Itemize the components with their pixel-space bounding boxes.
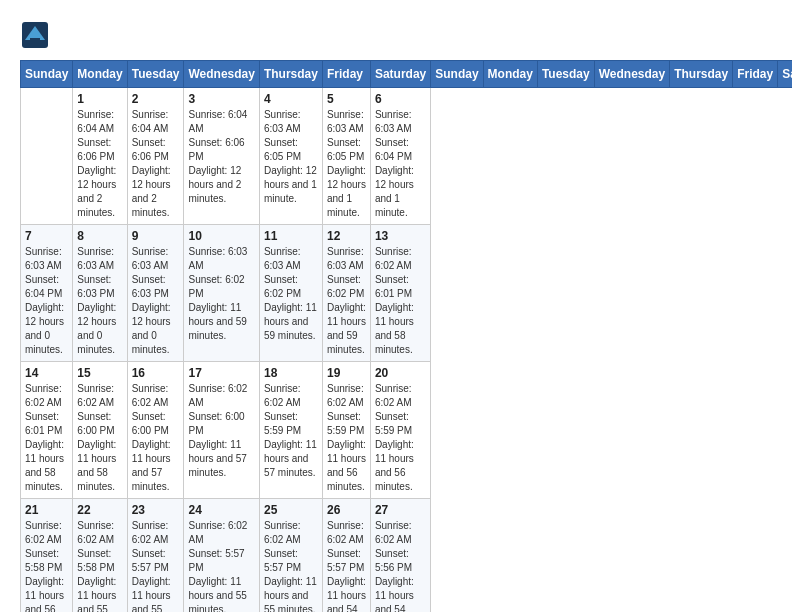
day-number: 17 (188, 366, 254, 380)
svg-rect-2 (30, 38, 40, 46)
calendar-cell: 25Sunrise: 6:02 AMSunset: 5:57 PMDayligh… (259, 499, 322, 613)
day-number: 19 (327, 366, 366, 380)
calendar-cell: 23Sunrise: 6:02 AMSunset: 5:57 PMDayligh… (127, 499, 184, 613)
calendar-cell: 19Sunrise: 6:02 AMSunset: 5:59 PMDayligh… (322, 362, 370, 499)
day-number: 13 (375, 229, 426, 243)
calendar-cell: 8Sunrise: 6:03 AMSunset: 6:03 PMDaylight… (73, 225, 127, 362)
calendar-cell: 16Sunrise: 6:02 AMSunset: 6:00 PMDayligh… (127, 362, 184, 499)
day-number: 1 (77, 92, 122, 106)
calendar-cell: 27Sunrise: 6:02 AMSunset: 5:56 PMDayligh… (370, 499, 430, 613)
day-info: Sunrise: 6:02 AMSunset: 6:00 PMDaylight:… (132, 382, 180, 494)
day-number: 18 (264, 366, 318, 380)
calendar-cell: 22Sunrise: 6:02 AMSunset: 5:58 PMDayligh… (73, 499, 127, 613)
day-info: Sunrise: 6:02 AMSunset: 5:59 PMDaylight:… (375, 382, 426, 494)
day-number: 4 (264, 92, 318, 106)
day-info: Sunrise: 6:03 AMSunset: 6:03 PMDaylight:… (132, 245, 180, 357)
weekday-header-friday: Friday (322, 61, 370, 88)
calendar-cell: 20Sunrise: 6:02 AMSunset: 5:59 PMDayligh… (370, 362, 430, 499)
calendar-cell: 1Sunrise: 6:04 AMSunset: 6:06 PMDaylight… (73, 88, 127, 225)
day-number: 26 (327, 503, 366, 517)
weekday-header-wednesday: Wednesday (594, 61, 669, 88)
day-info: Sunrise: 6:03 AMSunset: 6:05 PMDaylight:… (327, 108, 366, 220)
week-row-4: 21Sunrise: 6:02 AMSunset: 5:58 PMDayligh… (21, 499, 793, 613)
calendar-cell: 11Sunrise: 6:03 AMSunset: 6:02 PMDayligh… (259, 225, 322, 362)
calendar-cell: 17Sunrise: 6:02 AMSunset: 6:00 PMDayligh… (184, 362, 259, 499)
day-number: 21 (25, 503, 68, 517)
day-number: 22 (77, 503, 122, 517)
day-info: Sunrise: 6:03 AMSunset: 6:02 PMDaylight:… (188, 245, 254, 343)
day-info: Sunrise: 6:02 AMSunset: 6:00 PMDaylight:… (188, 382, 254, 480)
week-row-1: 1Sunrise: 6:04 AMSunset: 6:06 PMDaylight… (21, 88, 793, 225)
week-row-2: 7Sunrise: 6:03 AMSunset: 6:04 PMDaylight… (21, 225, 793, 362)
day-info: Sunrise: 6:03 AMSunset: 6:02 PMDaylight:… (264, 245, 318, 343)
day-info: Sunrise: 6:02 AMSunset: 5:58 PMDaylight:… (77, 519, 122, 612)
weekday-header-friday: Friday (733, 61, 778, 88)
calendar-cell: 6Sunrise: 6:03 AMSunset: 6:04 PMDaylight… (370, 88, 430, 225)
calendar-cell: 26Sunrise: 6:02 AMSunset: 5:57 PMDayligh… (322, 499, 370, 613)
day-info: Sunrise: 6:02 AMSunset: 5:57 PMDaylight:… (188, 519, 254, 612)
day-number: 25 (264, 503, 318, 517)
calendar-cell: 7Sunrise: 6:03 AMSunset: 6:04 PMDaylight… (21, 225, 73, 362)
day-info: Sunrise: 6:02 AMSunset: 6:01 PMDaylight:… (25, 382, 68, 494)
day-info: Sunrise: 6:02 AMSunset: 5:59 PMDaylight:… (264, 382, 318, 480)
day-info: Sunrise: 6:02 AMSunset: 5:57 PMDaylight:… (264, 519, 318, 612)
calendar-cell: 12Sunrise: 6:03 AMSunset: 6:02 PMDayligh… (322, 225, 370, 362)
calendar-cell: 14Sunrise: 6:02 AMSunset: 6:01 PMDayligh… (21, 362, 73, 499)
day-number: 27 (375, 503, 426, 517)
calendar-cell: 10Sunrise: 6:03 AMSunset: 6:02 PMDayligh… (184, 225, 259, 362)
logo (20, 20, 54, 50)
day-info: Sunrise: 6:02 AMSunset: 5:59 PMDaylight:… (327, 382, 366, 494)
day-info: Sunrise: 6:02 AMSunset: 6:00 PMDaylight:… (77, 382, 122, 494)
weekday-header-sunday: Sunday (431, 61, 483, 88)
calendar-table: SundayMondayTuesdayWednesdayThursdayFrid… (20, 60, 792, 612)
weekday-header-thursday: Thursday (670, 61, 733, 88)
day-info: Sunrise: 6:03 AMSunset: 6:05 PMDaylight:… (264, 108, 318, 206)
calendar-cell: 9Sunrise: 6:03 AMSunset: 6:03 PMDaylight… (127, 225, 184, 362)
weekday-header-tuesday: Tuesday (127, 61, 184, 88)
day-info: Sunrise: 6:04 AMSunset: 6:06 PMDaylight:… (132, 108, 180, 220)
day-number: 14 (25, 366, 68, 380)
day-number: 10 (188, 229, 254, 243)
day-info: Sunrise: 6:02 AMSunset: 6:01 PMDaylight:… (375, 245, 426, 357)
weekday-header-wednesday: Wednesday (184, 61, 259, 88)
day-info: Sunrise: 6:03 AMSunset: 6:03 PMDaylight:… (77, 245, 122, 357)
weekday-header-monday: Monday (483, 61, 537, 88)
calendar-cell: 5Sunrise: 6:03 AMSunset: 6:05 PMDaylight… (322, 88, 370, 225)
calendar-cell: 24Sunrise: 6:02 AMSunset: 5:57 PMDayligh… (184, 499, 259, 613)
calendar-cell: 15Sunrise: 6:02 AMSunset: 6:00 PMDayligh… (73, 362, 127, 499)
day-info: Sunrise: 6:02 AMSunset: 5:56 PMDaylight:… (375, 519, 426, 612)
day-info: Sunrise: 6:02 AMSunset: 5:57 PMDaylight:… (327, 519, 366, 612)
day-number: 9 (132, 229, 180, 243)
day-info: Sunrise: 6:04 AMSunset: 6:06 PMDaylight:… (77, 108, 122, 220)
day-info: Sunrise: 6:03 AMSunset: 6:04 PMDaylight:… (375, 108, 426, 220)
day-number: 15 (77, 366, 122, 380)
day-number: 20 (375, 366, 426, 380)
calendar-cell: 2Sunrise: 6:04 AMSunset: 6:06 PMDaylight… (127, 88, 184, 225)
weekday-header-row: SundayMondayTuesdayWednesdayThursdayFrid… (21, 61, 793, 88)
logo-icon (20, 20, 50, 50)
day-number: 2 (132, 92, 180, 106)
day-number: 11 (264, 229, 318, 243)
calendar-cell: 13Sunrise: 6:02 AMSunset: 6:01 PMDayligh… (370, 225, 430, 362)
day-number: 24 (188, 503, 254, 517)
day-info: Sunrise: 6:02 AMSunset: 5:57 PMDaylight:… (132, 519, 180, 612)
day-info: Sunrise: 6:04 AMSunset: 6:06 PMDaylight:… (188, 108, 254, 206)
weekday-header-saturday: Saturday (778, 61, 792, 88)
day-info: Sunrise: 6:03 AMSunset: 6:04 PMDaylight:… (25, 245, 68, 357)
weekday-header-tuesday: Tuesday (537, 61, 594, 88)
day-number: 12 (327, 229, 366, 243)
day-number: 6 (375, 92, 426, 106)
weekday-header-thursday: Thursday (259, 61, 322, 88)
calendar-cell (21, 88, 73, 225)
weekday-header-saturday: Saturday (370, 61, 430, 88)
day-info: Sunrise: 6:02 AMSunset: 5:58 PMDaylight:… (25, 519, 68, 612)
week-row-3: 14Sunrise: 6:02 AMSunset: 6:01 PMDayligh… (21, 362, 793, 499)
weekday-header-monday: Monday (73, 61, 127, 88)
day-number: 8 (77, 229, 122, 243)
calendar-cell: 18Sunrise: 6:02 AMSunset: 5:59 PMDayligh… (259, 362, 322, 499)
calendar-cell: 21Sunrise: 6:02 AMSunset: 5:58 PMDayligh… (21, 499, 73, 613)
day-number: 23 (132, 503, 180, 517)
calendar-cell: 4Sunrise: 6:03 AMSunset: 6:05 PMDaylight… (259, 88, 322, 225)
day-number: 7 (25, 229, 68, 243)
weekday-header-sunday: Sunday (21, 61, 73, 88)
